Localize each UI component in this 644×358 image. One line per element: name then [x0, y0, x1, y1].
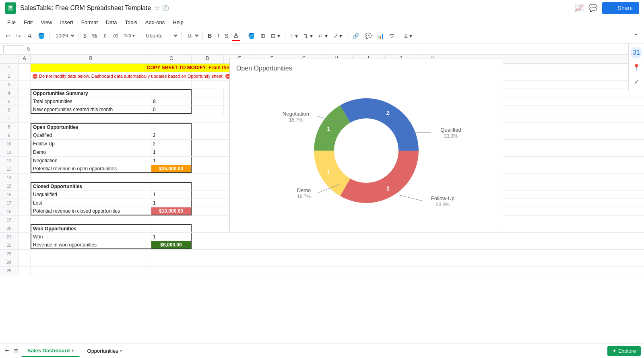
align-button[interactable]: ≡ ▾ — [288, 31, 300, 41]
wrap-button[interactable]: ↵ ▾ — [316, 31, 330, 41]
strikethrough-button[interactable]: S — [222, 31, 231, 41]
cell-a25[interactable] — [19, 267, 31, 275]
print-button[interactable]: 🖨 — [24, 31, 35, 41]
cell-a24[interactable] — [19, 258, 31, 266]
cell-c8[interactable] — [151, 123, 192, 131]
cell-a14[interactable] — [19, 174, 31, 182]
col-header-c[interactable]: C — [151, 55, 192, 63]
cell-b2[interactable]: ⛔ Do not modify data below. Dashboard da… — [31, 72, 256, 80]
check-icon[interactable]: ✓ — [630, 76, 642, 88]
cell-b13[interactable]: Potential revenue in open opportunities — [31, 165, 151, 173]
cell-b16[interactable]: Unqualified — [31, 190, 151, 199]
formula-button[interactable]: Σ ▾ — [402, 31, 415, 41]
col-header-d[interactable]: D — [192, 55, 224, 63]
cell-c10[interactable]: 2 — [151, 140, 192, 148]
cell-a10[interactable] — [19, 140, 31, 148]
expand-button[interactable]: ⌃ — [631, 31, 641, 41]
cell-d6[interactable] — [192, 106, 224, 114]
cell-a17[interactable] — [19, 199, 31, 207]
share-button[interactable]: 👤 Share — [602, 2, 639, 14]
merge-cells-button[interactable]: ⊟ ▾ — [268, 31, 283, 41]
cell-a9[interactable] — [19, 131, 31, 139]
cell-c5[interactable]: 9 — [151, 97, 192, 106]
cell-d4[interactable] — [192, 89, 224, 97]
cell-a22[interactable] — [19, 241, 31, 249]
menu-addons[interactable]: Add-ons — [142, 18, 168, 27]
cell-a6[interactable] — [19, 106, 31, 114]
cell-a7[interactable] — [19, 114, 31, 122]
menu-tools[interactable]: Tools — [122, 18, 140, 27]
font-size-select[interactable]: 101112 — [184, 31, 200, 40]
menu-format[interactable]: Format — [78, 18, 101, 27]
cell-a1[interactable] — [19, 64, 31, 72]
decimal-decrease-button[interactable]: .0 — [100, 32, 109, 40]
cell-d5[interactable] — [192, 97, 224, 106]
cell-c21[interactable]: 1 — [151, 233, 192, 241]
cell-b15[interactable]: Closed Opportunities — [31, 182, 151, 190]
cell-b6[interactable]: New opportunities created this month — [31, 106, 151, 114]
cell-b20[interactable]: Won Opportunities — [31, 224, 151, 232]
cell-a19[interactable] — [19, 216, 31, 224]
menu-insert[interactable]: Insert — [57, 18, 76, 27]
format-number-button[interactable]: 123 ▾ — [122, 31, 137, 40]
font-select[interactable]: UbuntuArial — [142, 31, 179, 40]
cell-b22[interactable]: Revenue in won opportunities — [31, 241, 151, 249]
fill-color-button[interactable]: 🪣 — [246, 31, 257, 41]
cell-b10[interactable]: Follow-Up — [31, 140, 151, 148]
star-icon[interactable]: ☆ — [154, 4, 160, 12]
cell-b25[interactable] — [31, 267, 151, 275]
cell-b12[interactable]: Negotiation — [31, 157, 151, 165]
undo-button[interactable]: ↩ — [3, 31, 13, 41]
cell-c17[interactable]: 1 — [151, 199, 192, 207]
cell-c13[interactable]: $26,000.00 — [151, 165, 192, 173]
currency-button[interactable]: $ — [81, 31, 89, 41]
cell-b21[interactable]: Won — [31, 233, 151, 241]
comment-icon[interactable]: 💬 — [588, 4, 597, 12]
cell-c9[interactable]: 2 — [151, 131, 192, 139]
cell-a16[interactable] — [19, 190, 31, 199]
cell-a23[interactable] — [19, 250, 31, 258]
text-color-button[interactable]: A — [232, 30, 240, 41]
menu-view[interactable]: View — [37, 18, 55, 27]
zoom-select[interactable]: 100%75%50% — [52, 31, 76, 40]
menu-file[interactable]: File — [4, 18, 19, 27]
cell-a15[interactable] — [19, 182, 31, 190]
comment-button[interactable]: 💬 — [362, 31, 374, 41]
cell-b7[interactable] — [31, 114, 151, 122]
decimal-increase-button[interactable]: .00 — [109, 32, 120, 40]
cell-b24[interactable] — [31, 258, 151, 266]
location-icon[interactable]: 📍 — [630, 61, 642, 73]
cell-c18[interactable]: $19,000.00 — [151, 207, 192, 215]
history-icon[interactable]: 🕐 — [162, 5, 169, 11]
cell-a18[interactable] — [19, 207, 31, 215]
cell-a13[interactable] — [19, 165, 31, 173]
cell-b8[interactable]: Open Opportunities — [31, 123, 151, 131]
cell-a2[interactable] — [19, 72, 31, 80]
cell-b19[interactable] — [31, 216, 151, 224]
borders-button[interactable]: ⊞ — [258, 31, 268, 41]
paint-format-button[interactable]: 🪣 — [35, 31, 47, 41]
cell-c16[interactable]: 1 — [151, 190, 192, 199]
cell-a5[interactable] — [19, 97, 31, 106]
cell-b9[interactable]: Qualified — [31, 131, 151, 139]
rotate-button[interactable]: ↗ ▾ — [331, 31, 345, 41]
cell-b18[interactable]: Potential revenue in closed opportunitie… — [31, 207, 151, 215]
cell-b23[interactable] — [31, 250, 151, 258]
cell-b11[interactable]: Demo — [31, 148, 151, 156]
cell-c12[interactable]: 1 — [151, 157, 192, 165]
chart-button[interactable]: 📊 — [375, 31, 386, 41]
cell-a20[interactable] — [19, 224, 31, 232]
formula-input[interactable] — [33, 46, 641, 52]
cell-c4[interactable] — [151, 89, 192, 97]
cell-b14[interactable] — [31, 174, 151, 182]
cell-c11[interactable]: 1 — [151, 148, 192, 156]
italic-button[interactable]: I — [215, 31, 221, 41]
redo-button[interactable]: ↪ — [14, 31, 23, 41]
cell-a12[interactable] — [19, 157, 31, 165]
link-button[interactable]: 🔗 — [350, 31, 361, 41]
menu-edit[interactable]: Edit — [21, 18, 36, 27]
cell-c20[interactable] — [151, 224, 192, 232]
cell-c22[interactable]: $6,000.00 — [151, 241, 192, 249]
col-header-a[interactable]: A — [19, 55, 31, 63]
cell-b17[interactable]: Lost — [31, 199, 151, 207]
